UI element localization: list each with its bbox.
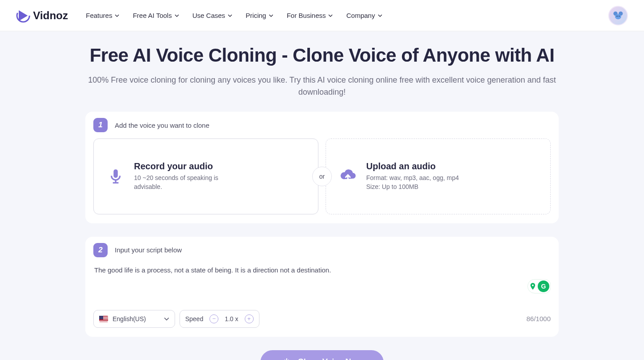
microphone-icon	[107, 168, 124, 185]
chevron-down-icon	[378, 13, 382, 18]
cloud-upload-icon	[339, 168, 356, 185]
speed-increase-button[interactable]: +	[245, 314, 254, 323]
char-counter: 86/1000	[527, 315, 551, 322]
record-audio-card[interactable]: Record your audio 10 ~20 seconds of spea…	[93, 138, 318, 214]
upload-format: Format: wav, mp3, aac, ogg, mp4	[366, 173, 459, 182]
or-divider: or	[312, 167, 332, 186]
chevron-down-icon	[328, 13, 333, 18]
page-title: Free AI Voice Cloning - Clone Voice of A…	[85, 45, 559, 66]
svg-point-3	[615, 14, 621, 19]
brand-logo[interactable]: Vidnoz	[16, 8, 68, 23]
svg-point-4	[617, 16, 618, 17]
nav-use-cases[interactable]: Use Cases	[192, 12, 232, 19]
nav-free-ai-tools[interactable]: Free AI Tools	[133, 12, 179, 19]
main-nav: Features Free AI Tools Use Cases Pricing…	[86, 12, 382, 19]
chevron-down-icon	[175, 13, 179, 18]
chevron-down-icon	[269, 13, 273, 18]
svg-point-9	[532, 284, 534, 286]
step-2-panel: 2 Input your script below G English(US) …	[85, 237, 559, 337]
grammarly-icon: G	[538, 280, 549, 292]
upload-audio-card[interactable]: Upload an audio Format: wav, mp3, aac, o…	[326, 138, 551, 214]
upload-size: Size: Up to 100MB	[366, 182, 459, 191]
upload-title: Upload an audio	[366, 161, 459, 172]
chevron-down-icon	[228, 13, 232, 18]
speed-label: Speed	[185, 315, 203, 322]
nav-pricing[interactable]: Pricing	[246, 12, 273, 19]
speed-control: Speed − 1.0 x +	[180, 310, 259, 328]
main-header: Vidnoz Features Free AI Tools Use Cases …	[0, 0, 644, 31]
audio-wave-icon	[282, 357, 293, 360]
page-subtitle: 100% Free voice cloning for cloning any …	[85, 74, 559, 98]
brand-name: Vidnoz	[33, 9, 68, 22]
svg-rect-6	[113, 169, 118, 178]
language-label: English(US)	[113, 315, 146, 322]
us-flag-icon	[99, 316, 108, 322]
logo-icon	[16, 8, 30, 23]
user-avatar[interactable]	[608, 6, 628, 25]
svg-point-5	[619, 16, 619, 17]
record-desc: 10 ~20 seconds of speaking is advisable.	[134, 173, 232, 192]
clone-voice-button[interactable]: Clone Voice Now	[260, 350, 384, 360]
nav-for-business[interactable]: For Business	[287, 12, 333, 19]
chevron-down-icon	[164, 316, 169, 322]
step-1-panel: 1 Add the voice you want to clone Record…	[85, 112, 559, 223]
pin-icon	[529, 282, 537, 290]
step-1-badge: 1	[93, 118, 108, 132]
chevron-down-icon	[115, 13, 119, 18]
speed-value: 1.0 x	[225, 315, 238, 322]
nav-features[interactable]: Features	[86, 12, 119, 19]
language-select[interactable]: English(US)	[93, 310, 175, 328]
cta-label: Clone Voice Now	[298, 357, 363, 360]
script-textarea[interactable]	[93, 264, 551, 299]
step-2-label: Input your script below	[115, 246, 182, 254]
record-title: Record your audio	[134, 161, 232, 172]
speed-decrease-button[interactable]: −	[209, 314, 218, 323]
grammarly-widget[interactable]: G	[527, 279, 551, 293]
step-1-label: Add the voice you want to clone	[115, 121, 209, 129]
step-2-badge: 2	[93, 243, 108, 257]
nav-company[interactable]: Company	[346, 12, 382, 19]
